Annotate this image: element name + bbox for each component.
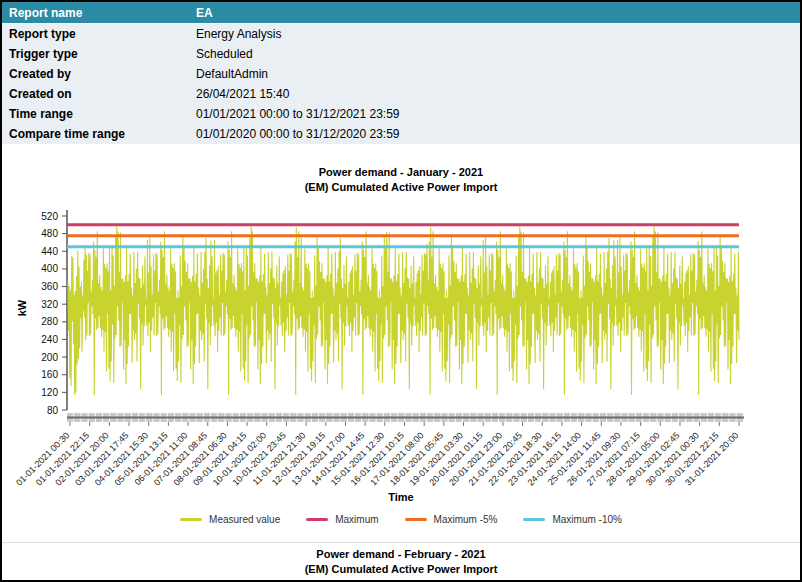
legend-label: Maximum -5%	[434, 514, 498, 525]
table-row: Created on 26/04/2021 15:40	[2, 84, 800, 104]
chart-subtitle: (EM) Cumulated Active Power Import	[2, 181, 800, 193]
legend-swatch	[306, 518, 328, 521]
table-row: Report type Energy Analysis	[2, 24, 800, 44]
y-tick-label: 400	[41, 263, 58, 274]
next-chart-title: Power demand - February - 2021	[2, 548, 800, 560]
next-chart-subtitle: (EM) Cumulated Active Power Import	[2, 563, 800, 575]
table-row: Trigger type Scheduled	[2, 44, 800, 64]
report-meta-table: Report name EA Report type Energy Analys…	[2, 2, 800, 144]
legend-label: Maximum	[335, 514, 378, 525]
legend-swatch	[523, 518, 545, 521]
row-value: EA	[196, 6, 800, 20]
row-value: 01/01/2020 00:00 to 31/12/2020 23:59	[196, 127, 800, 141]
y-tick-label: 280	[41, 316, 58, 327]
report-window: Report name EA Report type Energy Analys…	[0, 0, 802, 582]
x-axis-title: Time	[2, 491, 800, 503]
legend-label: Measured value	[209, 514, 280, 525]
row-value: 01/01/2021 00:00 to 31/12/2021 23:59	[196, 107, 800, 121]
table-row: Time range 01/01/2021 00:00 to 31/12/202…	[2, 104, 800, 124]
table-row: Created by DefaultAdmin	[2, 64, 800, 84]
row-value: 26/04/2021 15:40	[196, 87, 800, 101]
row-label: Created on	[2, 87, 196, 101]
legend-label: Maximum -10%	[552, 514, 621, 525]
row-label: Created by	[2, 67, 196, 81]
measured-value-series	[68, 226, 739, 395]
chart-legend: Measured valueMaximumMaximum -5%Maximum …	[2, 514, 800, 525]
row-value: DefaultAdmin	[196, 67, 800, 81]
legend-item: Measured value	[180, 514, 280, 525]
row-value: Scheduled	[196, 47, 800, 61]
y-tick-label: 120	[41, 387, 58, 398]
legend-item: Maximum	[306, 514, 378, 525]
section-separator	[2, 542, 800, 543]
chart-title: Power demand - January - 2021	[2, 166, 800, 178]
table-header-row: Report name EA	[2, 2, 800, 24]
row-label: Report type	[2, 27, 196, 41]
y-tick-label: 320	[41, 299, 58, 310]
row-value: Energy Analysis	[196, 27, 800, 41]
power-chart-svg: 5204804404003603202802402001601208001-01…	[2, 200, 800, 496]
legend-item: Maximum -5%	[405, 514, 498, 525]
y-tick-label: 80	[47, 405, 59, 416]
y-tick-label: 480	[41, 228, 58, 239]
y-tick-label: 360	[41, 281, 58, 292]
y-tick-label: 200	[41, 352, 58, 363]
legend-swatch	[405, 518, 427, 521]
table-row: Compare time range 01/01/2020 00:00 to 3…	[2, 124, 800, 144]
y-tick-label: 440	[41, 246, 58, 257]
row-label: Report name	[2, 6, 196, 20]
row-label: Compare time range	[2, 127, 196, 141]
row-label: Time range	[2, 107, 196, 121]
y-tick-label: 160	[41, 369, 58, 380]
legend-swatch	[180, 518, 202, 521]
legend-item: Maximum -10%	[523, 514, 621, 525]
y-tick-label: 520	[41, 211, 58, 222]
y-tick-label: 240	[41, 334, 58, 345]
row-label: Trigger type	[2, 47, 196, 61]
